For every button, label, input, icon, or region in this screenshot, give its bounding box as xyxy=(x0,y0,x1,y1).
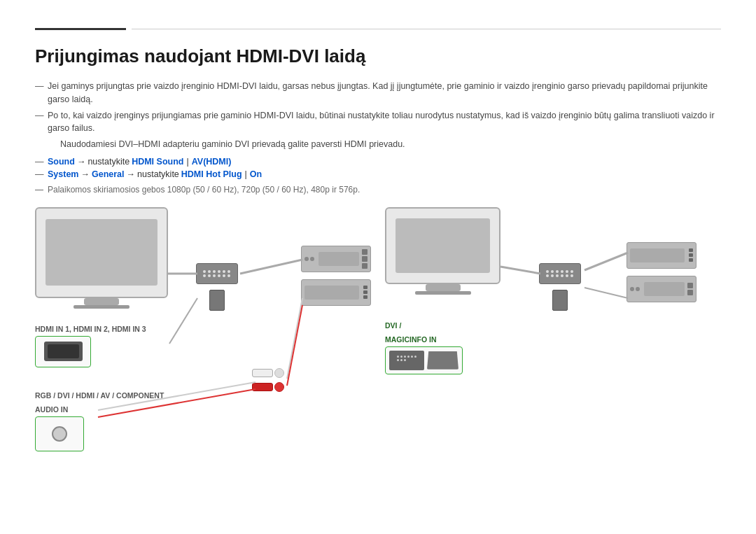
bullet2-prefix: System xyxy=(48,169,78,179)
right-hdmi-connector-icon xyxy=(552,290,568,311)
right-dev-ports-2 xyxy=(687,283,693,295)
right-monitor-screen xyxy=(396,218,490,273)
rp3 xyxy=(689,258,693,262)
dev-port-2 xyxy=(362,256,368,262)
right-dvi-pins xyxy=(546,270,574,277)
bullet2-text: nustatykite xyxy=(137,169,179,179)
dev-ports-right xyxy=(362,249,368,269)
dvi-port-label-2: MAGICINFO IN xyxy=(385,335,463,344)
right-dvi-connector xyxy=(539,263,581,311)
right-diagram: DVI / MAGICINFO IN xyxy=(385,207,721,445)
bullet-items: Sound → nustatykite HDMI Sound | AV(HDMI… xyxy=(35,157,721,179)
left-monitor-body xyxy=(35,207,168,298)
rca-red-plug xyxy=(252,382,284,392)
r-dev-btn-1 xyxy=(630,287,634,291)
bullet2-sep: | xyxy=(245,169,247,179)
rp2 xyxy=(689,253,693,257)
dp1 xyxy=(363,286,368,289)
right-dvi-connector-icon xyxy=(539,263,581,284)
rca-white-plug xyxy=(252,368,284,378)
right-device-group xyxy=(626,242,696,302)
audio-port-label-2: AUDIO IN xyxy=(35,405,164,414)
page-title: Prijungimas naudojant HDMI-DVI laidą xyxy=(35,45,721,67)
bullet2-end: On xyxy=(250,169,262,179)
right-playback-device-2 xyxy=(626,276,696,302)
audio-jack-icon xyxy=(52,426,67,442)
vga-port xyxy=(427,351,458,370)
right-monitor-base xyxy=(415,291,471,295)
bullet1-sep: | xyxy=(186,157,188,167)
right-monitor-stand xyxy=(426,284,461,291)
rca-plugs xyxy=(252,368,284,392)
hdmi-connector-icon xyxy=(209,290,225,311)
svg-line-6 xyxy=(287,305,302,386)
right-playback-device-1 xyxy=(626,242,696,269)
svg-line-9 xyxy=(584,288,628,298)
right-dev-ports-1 xyxy=(689,248,693,262)
svg-line-1 xyxy=(240,260,302,274)
dev-ports-2 xyxy=(363,286,368,299)
r-dev-btn-2 xyxy=(636,287,640,291)
dvi-port-icon xyxy=(389,351,424,370)
bullet2-arrow: → xyxy=(80,169,90,179)
bullet2-bold: HDMI Hot Plug xyxy=(181,169,242,179)
rp1 xyxy=(689,248,693,252)
hdmi-in-label: HDMI IN 1, HDMI IN 2, HDMI IN 3 xyxy=(35,319,146,367)
left-monitor-screen xyxy=(46,219,158,286)
dp2 xyxy=(363,290,368,294)
line-light xyxy=(132,29,721,29)
dev-btn-2 xyxy=(310,257,314,261)
bullet1-bold: HDMI Sound xyxy=(132,157,183,167)
rca-white-body xyxy=(252,369,273,377)
line-dark xyxy=(35,28,126,30)
resolution-note: Palaikomos skiriamosios gebos 1080p (50 … xyxy=(35,185,721,195)
left-diagram: HDMI IN 1, HDMI IN 2, HDMI IN 3 RGB / DV… xyxy=(35,207,385,445)
top-decorative-lines xyxy=(35,28,721,30)
right-monitor-body xyxy=(385,207,500,284)
bullet-system: System → General → nustatykite HDMI Hot … xyxy=(35,169,721,179)
dev-body-2 xyxy=(304,286,359,300)
dvi-connector-group xyxy=(196,263,238,311)
left-monitor xyxy=(35,207,168,309)
left-playback-device-2 xyxy=(301,279,371,306)
hdmi-in-port-label: HDMI IN 1, HDMI IN 2, HDMI IN 3 xyxy=(35,325,146,333)
rca-red-head xyxy=(274,382,284,392)
dvi-in-label: DVI / MAGICINFO IN xyxy=(385,316,463,374)
right-dev-body-2 xyxy=(644,282,685,296)
rca-red-body xyxy=(252,383,273,391)
diagram-area: HDMI IN 1, HDMI IN 2, HDMI IN 3 RGB / DV… xyxy=(35,207,721,445)
dvi-port-label-1: DVI / xyxy=(385,321,463,330)
bullet1-arrow: → xyxy=(77,157,86,167)
dvi-connector-icon xyxy=(196,263,238,284)
audio-in-label: RGB / DVI / HDMI / AV / COMPONENT AUDIO … xyxy=(35,386,164,451)
svg-line-8 xyxy=(584,253,628,270)
dev-port-3 xyxy=(362,263,368,269)
left-monitor-stand xyxy=(84,298,119,305)
dvi-port-pins xyxy=(397,356,417,365)
audio-port-label-1: RGB / DVI / HDMI / AV / COMPONENT xyxy=(35,391,164,400)
hdmi-small-connector xyxy=(196,290,238,311)
bullet1-text: nustatykite xyxy=(88,157,130,167)
desc-line1: Jei gaminys prijungtas prie vaizdo įreng… xyxy=(35,80,721,106)
rdp2 xyxy=(687,290,693,295)
left-monitor-wrapper xyxy=(35,207,168,309)
bullet2-mid: General xyxy=(92,169,125,179)
rdp1 xyxy=(687,283,693,288)
page: Prijungimas naudojant HDMI-DVI laidą Jei… xyxy=(0,0,756,473)
hdmi-port-icon xyxy=(44,342,83,361)
dvi-pins xyxy=(203,270,231,277)
svg-line-5 xyxy=(287,298,302,379)
svg-line-7 xyxy=(500,267,540,274)
description-block: Jei gaminys prijungtas prie vaizdo įreng… xyxy=(35,80,721,151)
left-device-box xyxy=(301,246,371,306)
right-monitor-wrapper xyxy=(385,207,500,295)
right-dev-body-1 xyxy=(630,248,685,262)
svg-line-2 xyxy=(169,298,197,344)
left-playback-device xyxy=(301,246,371,272)
left-monitor-base xyxy=(74,305,130,309)
desc-line2: Po to, kai vaizdo įrenginys prijungiamas… xyxy=(35,109,721,136)
bullet1-prefix: Sound xyxy=(48,157,75,167)
bullet1-end: AV(HDMI) xyxy=(192,157,232,167)
right-hdmi-connector xyxy=(539,290,581,311)
desc-line2b: Naudodamiesi DVI–HDMI adapteriu gaminio … xyxy=(35,138,721,151)
